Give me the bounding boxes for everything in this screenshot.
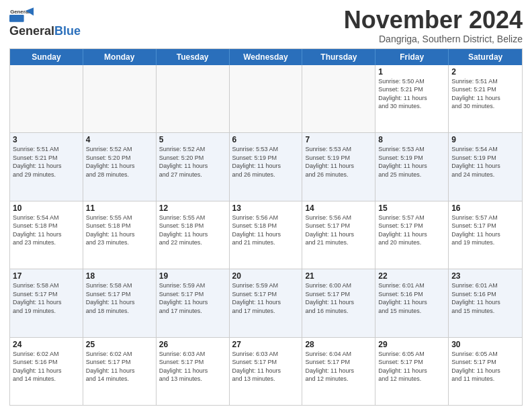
logo: General Blue General Blue [9,7,81,38]
weekday-header: Thursday [302,49,375,65]
day-info: Sunrise: 5:53 AM Sunset: 5:19 PM Dayligh… [305,145,372,179]
day-info: Sunrise: 6:00 AM Sunset: 5:17 PM Dayligh… [305,281,372,315]
day-cell: 24Sunrise: 6:02 AM Sunset: 5:16 PM Dayli… [10,338,83,405]
logo-general: General [9,24,54,38]
day-number: 19 [159,271,226,281]
day-info: Sunrise: 6:05 AM Sunset: 5:17 PM Dayligh… [451,350,519,383]
day-info: Sunrise: 6:03 AM Sunset: 5:17 PM Dayligh… [159,350,226,383]
location: Dangriga, Southern District, Belize [344,34,523,44]
day-number: 29 [378,340,445,349]
day-number: 7 [305,135,372,144]
empty-day-cell [157,65,230,132]
empty-day-cell [83,65,157,132]
weekday-header: Tuesday [157,49,230,65]
day-info: Sunrise: 5:59 AM Sunset: 5:17 PM Dayligh… [159,281,226,315]
day-cell: 12Sunrise: 5:55 AM Sunset: 5:18 PM Dayli… [157,201,230,269]
day-number: 18 [86,271,153,281]
day-info: Sunrise: 5:53 AM Sunset: 5:19 PM Dayligh… [232,145,300,179]
day-cell: 30Sunrise: 6:05 AM Sunset: 5:17 PM Dayli… [449,338,522,405]
day-number: 4 [86,135,153,144]
day-info: Sunrise: 5:54 AM Sunset: 5:19 PM Dayligh… [451,145,519,179]
day-cell: 27Sunrise: 6:03 AM Sunset: 5:17 PM Dayli… [230,338,303,405]
day-info: Sunrise: 5:56 AM Sunset: 5:18 PM Dayligh… [232,214,300,247]
day-cell: 15Sunrise: 5:57 AM Sunset: 5:17 PM Dayli… [375,201,449,269]
day-cell: 14Sunrise: 5:56 AM Sunset: 5:17 PM Dayli… [302,201,375,269]
empty-day-cell [10,65,83,132]
day-cell: 6Sunrise: 5:53 AM Sunset: 5:19 PM Daylig… [230,133,303,200]
day-number: 10 [13,203,80,213]
day-info: Sunrise: 5:58 AM Sunset: 5:17 PM Dayligh… [13,281,80,315]
empty-day-cell [230,65,303,132]
day-info: Sunrise: 5:56 AM Sunset: 5:17 PM Dayligh… [305,214,372,247]
day-number: 8 [378,135,445,144]
weekday-header: Saturday [449,49,522,65]
day-info: Sunrise: 5:57 AM Sunset: 5:17 PM Dayligh… [451,214,519,247]
day-cell: 18Sunrise: 5:58 AM Sunset: 5:17 PM Dayli… [83,269,157,336]
day-number: 14 [305,203,372,213]
day-number: 1 [378,67,445,77]
day-cell: 3Sunrise: 5:51 AM Sunset: 5:21 PM Daylig… [10,133,83,200]
logo-icon: General Blue [9,7,34,23]
day-number: 3 [13,135,80,144]
day-info: Sunrise: 5:51 AM Sunset: 5:21 PM Dayligh… [451,77,519,111]
day-cell: 19Sunrise: 5:59 AM Sunset: 5:17 PM Dayli… [157,269,230,336]
calendar-body: 1Sunrise: 5:50 AM Sunset: 5:21 PM Daylig… [10,65,522,405]
day-number: 23 [451,271,519,281]
day-cell: 9Sunrise: 5:54 AM Sunset: 5:19 PM Daylig… [449,133,522,200]
day-cell: 5Sunrise: 5:52 AM Sunset: 5:20 PM Daylig… [157,133,230,200]
day-cell: 25Sunrise: 6:02 AM Sunset: 5:17 PM Dayli… [83,338,157,405]
day-number: 27 [232,340,300,349]
day-info: Sunrise: 5:55 AM Sunset: 5:18 PM Dayligh… [159,214,226,247]
day-info: Sunrise: 6:01 AM Sunset: 5:16 PM Dayligh… [378,281,445,315]
day-info: Sunrise: 5:58 AM Sunset: 5:17 PM Dayligh… [86,281,153,315]
weekday-header: Wednesday [230,49,303,65]
day-cell: 28Sunrise: 6:04 AM Sunset: 5:17 PM Dayli… [302,338,375,405]
calendar-week-row: 1Sunrise: 5:50 AM Sunset: 5:21 PM Daylig… [10,65,522,133]
day-info: Sunrise: 5:51 AM Sunset: 5:21 PM Dayligh… [13,145,80,179]
header: General Blue General Blue November 2024 … [9,7,523,44]
day-number: 25 [86,340,153,349]
weekday-header: Monday [83,49,157,65]
day-number: 9 [451,135,519,144]
day-number: 2 [451,67,519,77]
day-cell: 22Sunrise: 6:01 AM Sunset: 5:16 PM Dayli… [375,269,449,336]
day-info: Sunrise: 5:54 AM Sunset: 5:18 PM Dayligh… [13,214,80,247]
day-cell: 20Sunrise: 5:59 AM Sunset: 5:17 PM Dayli… [230,269,303,336]
day-number: 16 [451,203,519,213]
day-number: 21 [305,271,372,281]
day-cell: 23Sunrise: 6:01 AM Sunset: 5:16 PM Dayli… [449,269,522,336]
day-info: Sunrise: 6:02 AM Sunset: 5:17 PM Dayligh… [86,350,153,383]
day-cell: 26Sunrise: 6:03 AM Sunset: 5:17 PM Dayli… [157,338,230,405]
day-info: Sunrise: 5:53 AM Sunset: 5:19 PM Dayligh… [378,145,445,179]
day-number: 5 [159,135,226,144]
day-info: Sunrise: 5:50 AM Sunset: 5:21 PM Dayligh… [378,77,445,111]
day-cell: 1Sunrise: 5:50 AM Sunset: 5:21 PM Daylig… [375,65,449,132]
calendar-week-row: 24Sunrise: 6:02 AM Sunset: 5:16 PM Dayli… [10,338,522,405]
day-info: Sunrise: 6:02 AM Sunset: 5:16 PM Dayligh… [13,350,80,383]
day-cell: 17Sunrise: 5:58 AM Sunset: 5:17 PM Dayli… [10,269,83,336]
day-info: Sunrise: 6:03 AM Sunset: 5:17 PM Dayligh… [232,350,300,383]
day-cell: 10Sunrise: 5:54 AM Sunset: 5:18 PM Dayli… [10,201,83,269]
calendar-week-row: 17Sunrise: 5:58 AM Sunset: 5:17 PM Dayli… [10,269,522,337]
day-info: Sunrise: 5:52 AM Sunset: 5:20 PM Dayligh… [159,145,226,179]
day-number: 11 [86,203,153,213]
day-info: Sunrise: 5:55 AM Sunset: 5:18 PM Dayligh… [86,214,153,247]
logo-blue: Blue [54,24,81,38]
day-info: Sunrise: 6:05 AM Sunset: 5:17 PM Dayligh… [378,350,445,383]
day-number: 17 [13,271,80,281]
day-number: 26 [159,340,226,349]
empty-day-cell [302,65,375,132]
day-cell: 7Sunrise: 5:53 AM Sunset: 5:19 PM Daylig… [302,133,375,200]
day-cell: 2Sunrise: 5:51 AM Sunset: 5:21 PM Daylig… [449,65,522,132]
day-number: 6 [232,135,300,144]
day-info: Sunrise: 5:59 AM Sunset: 5:17 PM Dayligh… [232,281,300,315]
day-number: 13 [232,203,300,213]
day-number: 20 [232,271,300,281]
month-title: November 2024 [344,7,523,34]
calendar: SundayMondayTuesdayWednesdayThursdayFrid… [9,48,523,406]
day-info: Sunrise: 6:04 AM Sunset: 5:17 PM Dayligh… [305,350,372,383]
calendar-header: SundayMondayTuesdayWednesdayThursdayFrid… [10,49,522,65]
day-number: 22 [378,271,445,281]
calendar-week-row: 10Sunrise: 5:54 AM Sunset: 5:18 PM Dayli… [10,201,522,269]
weekday-header: Friday [375,49,449,65]
